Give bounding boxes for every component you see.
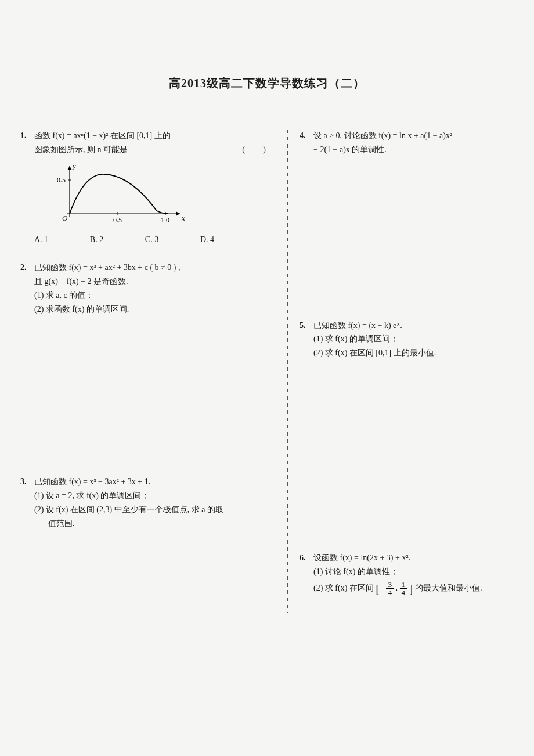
problem-number: 2.	[20, 261, 27, 275]
problem-5: 5. 已知函数 f(x) = (x − k) eˣ. (1) 求 f(x) 的单…	[300, 319, 514, 360]
subquestion-2: (2) 求 f(x) 在区间 [0,1] 上的最小值.	[313, 348, 436, 357]
problem-1: 1. 函数 f(x) = axⁿ(1 − x)² 在区间 [0,1] 上的 图象…	[20, 129, 279, 247]
two-column-layout: 1. 函数 f(x) = axⁿ(1 − x)² 在区间 [0,1] 上的 图象…	[20, 129, 514, 613]
subquestion-2: (2) 设 f(x) 在区间 (2,3) 中至少有一个极值点, 求 a 的取	[34, 505, 223, 514]
choice-a: A. 1	[34, 233, 48, 247]
answer-choices: A. 1 B. 2 C. 3 D. 4	[34, 233, 214, 247]
answer-blank: ( )	[242, 143, 274, 157]
x-tick-label: 1.0	[161, 216, 169, 224]
choice-d: D. 4	[200, 233, 214, 247]
subquestion-2-a: (2) 求 f(x) 在区间	[313, 584, 374, 592]
interval-bracket: ]	[409, 582, 413, 595]
problem-text: 设函数 f(x) = ln(2x + 3) + x².	[313, 553, 410, 562]
subquestion-2: (2) 求函数 f(x) 的单调区间.	[34, 305, 129, 314]
subquestion-2-b: 的最大值和最小值.	[415, 584, 482, 592]
subquestion-1: (1) 求 f(x) 的单调区间；	[313, 334, 398, 343]
problem-text: 已知函数 f(x) = (x − k) eˣ.	[313, 321, 402, 330]
problem-number: 1.	[20, 129, 27, 143]
problem-number: 4.	[300, 129, 306, 143]
y-axis-label: y	[71, 161, 76, 170]
subquestion-2-cont: 值范围.	[48, 519, 75, 528]
left-column: 1. 函数 f(x) = axⁿ(1 − x)² 在区间 [0,1] 上的 图象…	[20, 129, 287, 613]
problem-text: 设 a > 0, 讨论函数 f(x) = ln x + a(1 − a)x²	[313, 131, 452, 140]
right-column: 4. 设 a > 0, 讨论函数 f(x) = ln x + a(1 − a)x…	[287, 129, 514, 613]
y-tick-label: 0.5	[57, 176, 66, 184]
svg-marker-1	[176, 211, 180, 216]
problem-number: 6.	[300, 551, 306, 565]
fraction-1: 34	[386, 581, 394, 597]
choice-b: B. 2	[90, 233, 103, 247]
interval-bracket: [	[376, 582, 380, 595]
problem-4: 4. 设 a > 0, 讨论函数 f(x) = ln x + a(1 − a)x…	[300, 129, 514, 157]
x-tick-label: 0.5	[113, 216, 122, 224]
x-axis-label: x	[181, 214, 185, 222]
subquestion-1: (1) 求 a, c 的值；	[34, 291, 93, 300]
problem-text: 函数 f(x) = axⁿ(1 − x)² 在区间 [0,1] 上的	[34, 131, 171, 140]
function-graph: 0.5 0.5 1.0 x y O	[55, 161, 279, 230]
choice-c: C. 3	[145, 233, 158, 247]
fraction-2: 14	[400, 581, 407, 597]
problem-text-cont: − 2(1 − a)x 的单调性.	[313, 145, 387, 154]
problem-text: 且 g(x) = f(x) − 2 是奇函数.	[34, 277, 128, 286]
subquestion-1: (1) 设 a = 2, 求 f(x) 的单调区间；	[34, 491, 149, 500]
page-title: 高2013级高二下数学导数练习（二）	[20, 75, 514, 91]
problem-number: 5.	[300, 319, 306, 333]
problem-number: 3.	[20, 475, 27, 489]
svg-marker-3	[67, 166, 72, 170]
problem-6: 6. 设函数 f(x) = ln(2x + 3) + x². (1) 讨论 f(…	[300, 551, 514, 599]
problem-text: 图象如图所示, 则 n 可能是	[34, 145, 128, 154]
problem-text: 已知函数 f(x) = x³ + ax² + 3bx + c ( b ≠ 0 )…	[34, 263, 180, 272]
problem-3: 3. 已知函数 f(x) = x³ − 3ax² + 3x + 1. (1) 设…	[20, 475, 279, 530]
subquestion-1: (1) 讨论 f(x) 的单调性；	[313, 567, 398, 576]
problem-2: 2. 已知函数 f(x) = x³ + ax² + 3bx + c ( b ≠ …	[20, 261, 279, 316]
origin-label: O	[62, 214, 68, 222]
problem-text: 已知函数 f(x) = x³ − 3ax² + 3x + 1.	[34, 477, 150, 486]
